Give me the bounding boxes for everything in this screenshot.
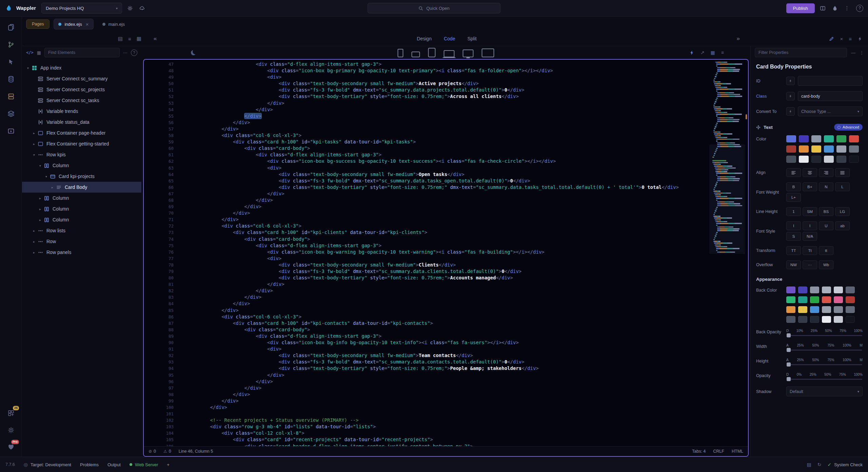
chevron-right-icon[interactable]: ▸	[32, 142, 37, 146]
color-swatch[interactable]	[799, 156, 809, 163]
database-icon[interactable]	[5, 73, 17, 85]
color-swatch[interactable]	[846, 296, 855, 303]
code-line[interactable]: <div class="icon-box bg-primary bg-opaci…	[187, 67, 707, 74]
code-line[interactable]: <div class="col-6 col-xl-3">	[187, 314, 707, 320]
device-tablet-icon[interactable]	[428, 48, 436, 57]
advanced-toggle[interactable]: Advanced	[834, 124, 863, 131]
slider-thumb[interactable]	[787, 362, 791, 367]
font-weight-option[interactable]: N	[819, 182, 833, 191]
code-line[interactable]: <div>	[187, 74, 707, 80]
font-style-option[interactable]: N/A	[803, 232, 817, 241]
color-swatch[interactable]	[836, 156, 846, 163]
font-weight-option[interactable]: L+	[786, 193, 801, 202]
refresh-icon[interactable]: ↻	[817, 462, 822, 467]
tree-item-row-lists[interactable]: ▸Row lists	[22, 225, 141, 236]
code-line[interactable]: <!-- Recent projects + Status overview (…	[187, 417, 707, 424]
code-line[interactable]: <div class="fs-3 fw-bold" dmx-text="sc_s…	[187, 359, 707, 365]
code-line[interactable]: </div>	[187, 197, 707, 203]
line-height-option[interactable]: SM	[803, 207, 817, 216]
collapse-right-icon[interactable]: »	[737, 35, 740, 42]
code-line[interactable]: </div>	[187, 300, 707, 307]
code-line[interactable]: <div class="col-6 col-xl-3">	[187, 132, 707, 139]
design-mode-button[interactable]: Design	[417, 36, 432, 41]
chevron-right-icon[interactable]: ▸	[50, 185, 55, 189]
tree-item-card-body[interactable]: ▸Card Body	[22, 182, 141, 193]
clear-icon[interactable]: ×	[840, 36, 843, 42]
height-slider[interactable]	[787, 364, 862, 365]
id-input[interactable]	[798, 76, 863, 86]
code-line[interactable]: </div>	[187, 106, 707, 113]
color-swatch[interactable]	[810, 296, 819, 303]
device-laptop-icon[interactable]	[444, 50, 455, 57]
code-line[interactable]: <div>	[187, 346, 707, 352]
line-height-option[interactable]: BS	[819, 207, 833, 216]
overflow-option[interactable]: Wb	[819, 260, 833, 269]
code-line[interactable]: <div class="icon-box bg-info bg-opacity-…	[187, 339, 707, 346]
slider-thumb[interactable]	[787, 348, 791, 352]
more-dots-icon[interactable]: ⋯	[123, 50, 127, 55]
opacity-slider[interactable]	[787, 379, 862, 380]
code-line[interactable]: </div>	[187, 100, 707, 106]
transform-option[interactable]: TT	[786, 246, 801, 255]
project-selector[interactable]: Demo Projects HQ ▾	[41, 3, 122, 14]
color-swatch[interactable]	[810, 316, 819, 323]
tree-item-server-connect-sc-tasks[interactable]: Server Connect sc_tasks	[22, 95, 141, 106]
font-style-option[interactable]: I	[803, 221, 817, 230]
color-swatch[interactable]	[846, 316, 855, 323]
code-line[interactable]: <div class="d-flex align-items-start gap…	[187, 333, 707, 339]
filter-properties-input[interactable]	[755, 48, 847, 57]
font-style-option[interactable]: S	[786, 232, 801, 241]
system-check-button[interactable]: ✓ System Check	[827, 462, 863, 467]
git-branch-icon[interactable]	[5, 39, 17, 50]
code-line[interactable]: <div class="col-6 col-xl-3">	[187, 223, 707, 229]
tree-item-variable-status-data[interactable]: Variable status_data	[22, 117, 141, 127]
code-line[interactable]: <div class="card" id="recent-projects" d…	[187, 436, 707, 443]
color-swatch[interactable]	[822, 316, 831, 323]
code-line[interactable]: <div class="text-body-secondary small fw…	[187, 262, 707, 268]
code-line[interactable]: </div>	[187, 126, 707, 132]
code-line[interactable]: <div class="text-body-tertiary" style="f…	[187, 275, 707, 281]
align-center-icon[interactable]	[803, 168, 817, 177]
chevron-down-icon[interactable]: ▾	[38, 164, 43, 168]
color-swatch[interactable]	[799, 145, 809, 153]
align-justify-icon[interactable]	[835, 168, 850, 177]
chevron-right-icon[interactable]: ▸	[38, 196, 43, 200]
class-input[interactable]	[798, 91, 863, 101]
chevron-right-icon[interactable]: ▸	[32, 229, 37, 233]
bolt-icon[interactable]	[689, 50, 694, 55]
color-swatch[interactable]	[849, 156, 859, 163]
color-swatch[interactable]	[799, 135, 809, 142]
minimap[interactable]	[711, 62, 744, 253]
color-swatch[interactable]	[786, 316, 795, 323]
device-phone-landscape-icon[interactable]	[412, 52, 420, 57]
list-view-icon[interactable]: ≡	[128, 36, 131, 42]
code-editor[interactable]: 4748495051525354555657585960616263646566…	[143, 59, 749, 457]
code-line[interactable]: <div class="card-body">	[187, 327, 707, 333]
code-line[interactable]: <div class="col-12 col-xl-8">	[187, 430, 707, 436]
code-line[interactable]: <div class="row g-3 mb-4" id="lists" dat…	[187, 424, 707, 430]
code-line[interactable]: <div class="fs-3 fw-bold" dmx-text="sc_s…	[187, 87, 707, 93]
cloud-sync-icon[interactable]	[138, 4, 146, 13]
color-swatch[interactable]	[822, 296, 831, 303]
color-swatch[interactable]	[811, 145, 821, 153]
color-swatch[interactable]	[798, 306, 807, 313]
font-style-option[interactable]: U	[819, 221, 833, 230]
color-swatch[interactable]	[786, 296, 795, 303]
grid-icon[interactable]: ▦	[711, 50, 715, 55]
color-swatch[interactable]	[834, 316, 843, 323]
font-style-option[interactable]: I	[786, 221, 801, 230]
target-selector[interactable]: ◎ Target: Development	[24, 462, 71, 467]
find-elements-input[interactable]	[44, 48, 120, 57]
code-line[interactable]: <div class="card-header d-flex align-ite…	[187, 443, 707, 446]
color-swatch[interactable]	[786, 306, 795, 313]
convert-to-select[interactable]: Choose Type ... ▾	[798, 106, 863, 116]
code-lines[interactable]: <div class="d-flex align-items-start gap…	[179, 60, 748, 446]
device-desktop-icon[interactable]	[463, 50, 474, 57]
tree-item-column[interactable]: ▸Column	[22, 214, 141, 225]
docs-panel-icon[interactable]: ▤	[118, 36, 123, 42]
device-tv-icon[interactable]	[482, 48, 494, 57]
color-swatch[interactable]	[849, 145, 859, 153]
code-line[interactable]: <div class="text-body-secondary small fw…	[187, 80, 707, 87]
color-swatch[interactable]	[810, 306, 819, 313]
code-line[interactable]: <div>	[187, 255, 707, 262]
